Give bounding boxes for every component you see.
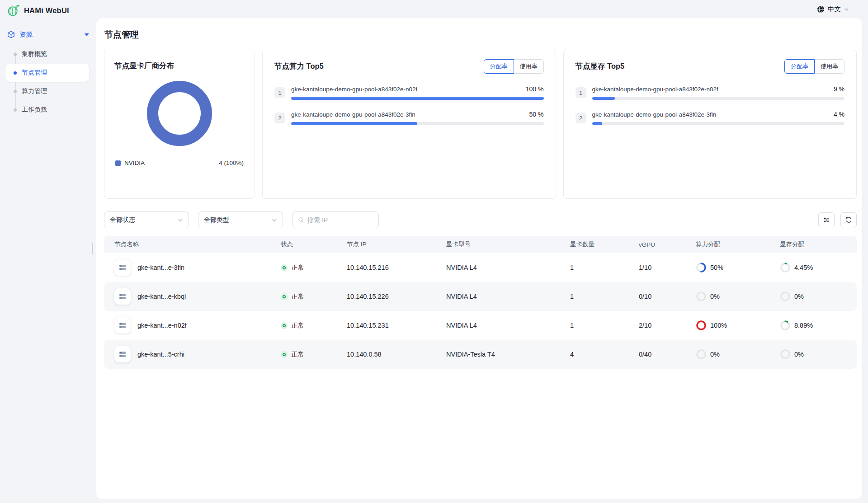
compute-top5-list: 1 gke-kantaloupe-demo-gpu-pool-a843f02e-…	[274, 85, 544, 125]
compute-allocation-gauge: 100%	[696, 320, 780, 331]
col-node-name: 节点名称	[114, 240, 281, 249]
menu-dot	[14, 71, 17, 75]
rank-badge: 2	[576, 113, 586, 123]
sidebar-item-workloads[interactable]: 工作负载	[5, 101, 89, 119]
compute-allocation-label: 50%	[710, 264, 723, 271]
hami-logo-icon	[7, 4, 20, 17]
refresh-button[interactable]	[840, 212, 857, 227]
progress-fill	[291, 122, 417, 125]
ip-search-box	[292, 212, 379, 228]
sidebar-item-label: 节点管理	[22, 69, 47, 77]
list-item: 1 gke-kantaloupe-demo-gpu-pool-a843f02e-…	[576, 85, 845, 100]
table-header: 节点名称 状态 节点 IP 显卡型号 显卡数量 vGPU 算力分配 显存分配	[104, 236, 857, 253]
gpu-count: 1	[570, 322, 639, 329]
status-ok-icon	[281, 264, 288, 271]
sidebar-group-resources[interactable]: 资源	[7, 30, 89, 39]
main-area: 中文 节点管理 节点显卡厂商分布 NVIDIA	[96, 0, 868, 503]
sidebar-resize-handle[interactable]	[92, 243, 93, 254]
search-icon	[298, 216, 304, 223]
status-filter-value: 全部状态	[110, 216, 135, 224]
table-row[interactable]: gke-kant...e-kbql 正常 10.140.15.226 NVIDI…	[104, 282, 857, 311]
col-status: 状态	[281, 240, 347, 249]
search-input[interactable]	[307, 216, 373, 224]
sidebar-item-label: 算力管理	[22, 87, 47, 95]
language-selector[interactable]: 中文	[817, 5, 849, 14]
node-name: gke-kant...5-crhi	[137, 351, 184, 358]
sidebar: HAMi WebUI 资源 集群概览 节点管理 算力管理	[0, 0, 96, 503]
toggle-usage-rate[interactable]: 使用率	[815, 59, 844, 74]
globe-icon	[817, 5, 825, 13]
app-logo-row: HAMi WebUI	[0, 0, 96, 21]
list-item: 1 gke-kantaloupe-demo-gpu-pool-a843f02e-…	[274, 85, 544, 100]
compute-rate-toggle: 分配率 使用率	[484, 59, 544, 74]
sidebar-item-cluster-overview[interactable]: 集群概览	[5, 45, 89, 63]
filter-bar: 全部状态 全部类型	[104, 212, 857, 228]
progress-track	[291, 122, 544, 125]
status-label: 正常	[291, 292, 304, 301]
status-label: 正常	[291, 263, 304, 272]
table-row[interactable]: gke-kant...e-3fln 正常 10.140.15.216 NVIDI…	[104, 253, 857, 282]
card-title: 节点算力 Top5	[274, 61, 324, 71]
progress-track	[291, 97, 544, 100]
node-name: gke-kantaloupe-demo-gpu-pool-a843f02e-3f…	[592, 111, 717, 118]
card-title: 节点显存 Top5	[576, 61, 625, 71]
memory-allocation-gauge: 4.45%	[780, 262, 857, 273]
vendor-donut-chart	[114, 81, 245, 146]
memory-allocation-label: 0%	[794, 351, 804, 358]
table-row[interactable]: gke-kant...e-n02f 正常 10.140.15.231 NVIDI…	[104, 311, 857, 340]
memory-allocation-gauge: 8.89%	[780, 320, 857, 331]
col-compute-allocation: 算力分配	[696, 240, 780, 249]
chevron-down-icon	[178, 217, 183, 223]
status-ok-icon	[281, 351, 288, 358]
node-ip: 10.140.15.231	[347, 322, 446, 329]
legend-swatch	[115, 160, 121, 166]
status-ok-icon	[281, 293, 288, 300]
table-row[interactable]: gke-kant...5-crhi 正常 10.140.0.58 NVIDIA-…	[104, 340, 857, 369]
col-gpu-model: 显卡型号	[446, 240, 570, 249]
toggle-allocation-rate[interactable]: 分配率	[784, 59, 815, 74]
app-title: HAMi WebUI	[24, 6, 69, 15]
status-filter-select[interactable]: 全部状态	[104, 212, 189, 228]
toggle-usage-rate[interactable]: 使用率	[514, 59, 544, 74]
sidebar-menu: 集群概览 节点管理 算力管理 工作负载	[0, 45, 96, 119]
node-server-icon	[114, 346, 131, 362]
menu-dot	[14, 53, 17, 56]
node-server-icon	[114, 288, 131, 305]
memory-rate-toggle: 分配率 使用率	[784, 59, 844, 74]
node-value: 9 %	[828, 85, 844, 93]
vgpu-ratio: 0/40	[639, 351, 696, 358]
page-title: 节点管理	[104, 29, 857, 41]
node-value: 100 %	[520, 85, 544, 93]
sidebar-item-label: 集群概览	[22, 50, 47, 58]
compute-allocation-label: 0%	[710, 351, 720, 358]
node-value: 4 %	[828, 111, 844, 118]
node-ip: 10.140.15.216	[347, 264, 446, 271]
column-settings-button[interactable]	[818, 212, 835, 227]
node-name: gke-kantaloupe-demo-gpu-pool-a843f02e-n0…	[592, 86, 718, 93]
card-gpu-vendor-distribution: 节点显卡厂商分布 NVIDIA 4 (100%)	[104, 50, 255, 199]
memory-allocation-label: 8.89%	[794, 322, 813, 329]
legend-label: NVIDIA	[124, 160, 145, 166]
node-ip: 10.140.0.58	[347, 351, 446, 358]
gpu-count: 1	[570, 264, 639, 271]
sidebar-item-compute-management[interactable]: 算力管理	[5, 82, 89, 100]
gpu-model: NVIDIA-Tesla T4	[446, 351, 570, 358]
rank-badge: 1	[576, 87, 586, 98]
compute-allocation-gauge: 0%	[696, 349, 780, 360]
node-name: gke-kant...e-3fln	[137, 264, 184, 271]
menu-dot	[14, 90, 17, 93]
legend-item-nvidia: NVIDIA 4 (100%)	[114, 160, 245, 166]
progress-fill	[291, 97, 544, 100]
progress-track	[592, 97, 845, 100]
col-node-ip: 节点 IP	[347, 240, 446, 249]
type-filter-select[interactable]: 全部类型	[198, 212, 283, 228]
sidebar-divider	[5, 22, 86, 22]
status-label: 正常	[291, 350, 304, 359]
card-compute-top5: 节点算力 Top5 分配率 使用率 1 gke-kantaloupe-demo-…	[262, 50, 556, 199]
compute-allocation-label: 0%	[710, 293, 720, 300]
sidebar-item-node-management[interactable]: 节点管理	[5, 64, 89, 82]
topbar: 中文	[96, 0, 868, 18]
toggle-allocation-rate[interactable]: 分配率	[484, 59, 514, 74]
chevron-down-icon	[844, 7, 849, 12]
type-filter-value: 全部类型	[204, 216, 229, 224]
